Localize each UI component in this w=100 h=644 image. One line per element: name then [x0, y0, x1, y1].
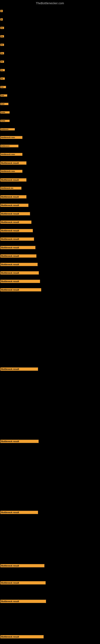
bottleneck-label: Bottleneck result [0, 511, 38, 514]
items-container: BBBoBoBoBoBoBoBoBotBottBottlBottleBottle… [0, 6, 100, 644]
bottleneck-label: Bottleneck [0, 128, 15, 130]
bottleneck-label: B [0, 18, 3, 20]
bottleneck-label: Bo [0, 60, 4, 63]
bottleneck-item: Bottleneck resu [0, 136, 22, 140]
bottleneck-item: Bottleneck result [0, 280, 40, 284]
bottleneck-label: Bottleneck resu [0, 170, 22, 173]
bottleneck-item: Bottleneck result [0, 440, 39, 444]
bottleneck-label: Bottleneck result [0, 229, 33, 232]
bottleneck-item: Bo [0, 77, 5, 80]
bottleneck-item: Bottleneck result [0, 178, 26, 182]
bottleneck-item: Bottleneck result [0, 246, 35, 250]
bottleneck-item: Bottleneck result [0, 254, 36, 258]
bottleneck-label: Bo [0, 44, 4, 46]
bottleneck-label: Bottleneck res [0, 187, 21, 190]
bottleneck-item: Bottleneck result [0, 368, 38, 372]
bottleneck-label: Bottl [0, 103, 8, 105]
bottleneck-label: Bottleneck result [0, 246, 35, 249]
bottleneck-label: Bottleneck resu [0, 153, 22, 156]
bottleneck-item: Bottleneck result [0, 204, 28, 208]
bottleneck-label: Bo [0, 27, 4, 29]
bottleneck-label: Bottle [0, 111, 10, 114]
bottleneck-item: Bo [0, 34, 4, 38]
bottleneck-label: Bottleneck result [0, 280, 40, 283]
bottleneck-label: Bottleneck result [0, 368, 38, 371]
bottleneck-label: Bott [0, 94, 7, 96]
bottleneck-item: Bottleneck result [0, 511, 38, 515]
bottleneck-label: Bottleneck result [0, 288, 41, 292]
bottleneck-label: Bottleneck result [0, 204, 28, 207]
bottleneck-item: Bottleneck result [0, 581, 46, 585]
bottleneck-item: Bottleneck result [0, 564, 44, 568]
bottleneck-label: Bo [0, 78, 5, 80]
bottleneck-label: Bottle [0, 120, 10, 122]
bottleneck-label: Bottleneck result [0, 271, 39, 274]
bottleneck-item: Bottle [0, 111, 10, 114]
bottleneck-item: B [0, 9, 3, 13]
bottleneck-item: Bottleneck resu [0, 153, 22, 156]
bottleneck-label: Bottleneck result [0, 238, 34, 241]
bottleneck-label: Bottleneck result [0, 581, 46, 584]
bottleneck-label: Bottleneck result [0, 195, 26, 198]
bottleneck-item: Bottl [0, 102, 8, 106]
bottleneck-item: Bo [0, 26, 4, 30]
bottleneck-label: Bottleneck result [0, 162, 26, 164]
bottleneck-item: Bottleneck result [0, 635, 44, 639]
bottleneck-item: Bottleneck r [0, 144, 18, 148]
bottleneck-item: Bottleneck result [0, 162, 26, 166]
bottleneck-label: Bottleneck result [0, 263, 38, 266]
bottleneck-item: Bottleneck result [0, 195, 26, 199]
bottleneck-label: Bottleneck result [0, 600, 46, 603]
bottleneck-label: Bottleneck result [0, 212, 30, 215]
bottleneck-label: Bottleneck result [0, 254, 36, 258]
bottleneck-item: Bo [0, 68, 5, 72]
bottleneck-item: Bottleneck result [0, 238, 34, 242]
bottleneck-label: Bo [0, 69, 5, 71]
bottleneck-item: B [0, 18, 3, 21]
bottleneck-label: Bo [0, 35, 4, 38]
bottleneck-label: Bo [0, 52, 4, 54]
bottleneck-label: Bottleneck result [0, 440, 39, 443]
bottleneck-item: Bottleneck [0, 128, 15, 131]
bottleneck-item: Bot [0, 85, 6, 89]
bottleneck-label: Bottleneck result [0, 220, 31, 224]
bottleneck-label: Bottleneck r [0, 145, 18, 147]
bottleneck-item: Bottleneck result [0, 271, 39, 275]
bottleneck-item: Bottle [0, 119, 10, 123]
bottleneck-item: Bottleneck result [0, 229, 33, 233]
bottleneck-label: Bottleneck result [0, 178, 26, 182]
bottleneck-item: Bottleneck res [0, 187, 21, 190]
bottleneck-item: Bottleneck result [0, 220, 31, 224]
bottleneck-label: B [0, 10, 3, 12]
bottleneck-label: Bottleneck result [0, 635, 44, 638]
bottleneck-label: Bottleneck result [0, 564, 44, 567]
bottleneck-item: Bottleneck resu [0, 170, 22, 174]
bottleneck-item: Bo [0, 43, 4, 47]
bottleneck-item: Bo [0, 60, 4, 64]
bottleneck-item: Bo [0, 52, 4, 55]
bottleneck-item: Bottleneck result [0, 263, 38, 267]
bottleneck-item: Bottleneck result [0, 212, 30, 216]
bottleneck-item: Bottleneck result [0, 600, 46, 604]
bottleneck-item: Bott [0, 94, 7, 98]
site-title: TheBottlenecker.com [0, 0, 100, 6]
bottleneck-item: Bottleneck result [0, 288, 41, 292]
bottleneck-label: Bottleneck resu [0, 136, 22, 139]
bottleneck-label: Bot [0, 86, 6, 88]
